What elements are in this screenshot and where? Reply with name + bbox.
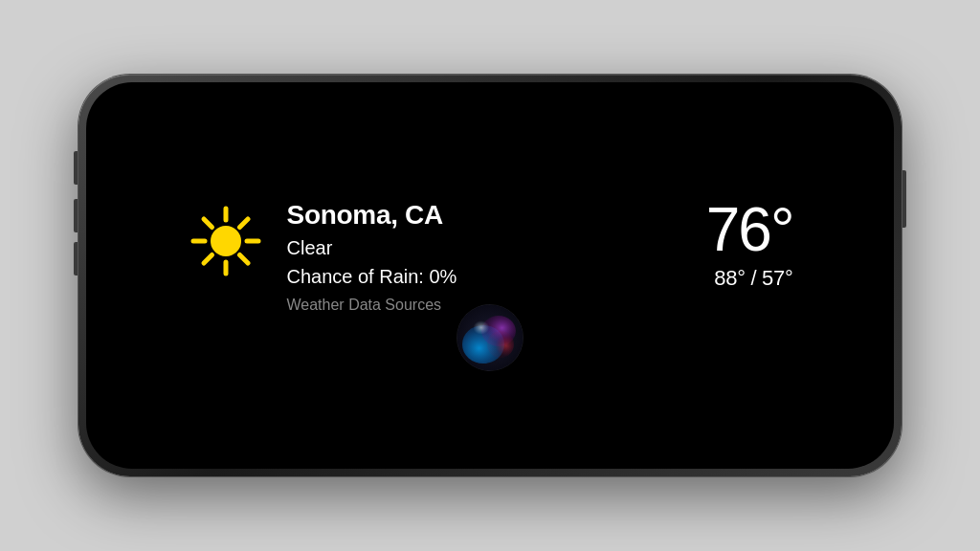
weather-condition: Clear <box>287 235 457 260</box>
svg-line-6 <box>239 255 248 264</box>
rain-chance: Chance of Rain: 0% <box>287 264 457 289</box>
high-low-temperature: 88° / 57° <box>714 266 792 291</box>
svg-line-8 <box>204 255 212 264</box>
weather-left-panel: Sonoma, CA Clear Chance of Rain: 0% Weat… <box>188 199 457 314</box>
svg-line-5 <box>204 219 212 228</box>
city-name: Sonoma, CA <box>287 199 457 231</box>
weather-card: Sonoma, CA Clear Chance of Rain: 0% Weat… <box>188 189 793 362</box>
svg-line-7 <box>239 219 248 228</box>
phone-frame: Sonoma, CA Clear Chance of Rain: 0% Weat… <box>78 75 902 476</box>
siri-orb-container[interactable] <box>457 304 523 371</box>
volume-down-button <box>74 242 78 276</box>
phone-screen: Sonoma, CA Clear Chance of Rain: 0% Weat… <box>86 82 894 469</box>
svg-point-13 <box>472 320 499 342</box>
sun-icon <box>188 203 264 279</box>
svg-point-0 <box>211 226 241 256</box>
volume-up-button <box>74 199 78 232</box>
weather-data-sources[interactable]: Weather Data Sources <box>287 297 457 314</box>
weather-right-panel: 76° 88° / 57° <box>706 199 793 291</box>
weather-info: Sonoma, CA Clear Chance of Rain: 0% Weat… <box>287 199 457 314</box>
siri-orb[interactable] <box>457 304 523 371</box>
current-temperature: 76° <box>706 199 793 260</box>
